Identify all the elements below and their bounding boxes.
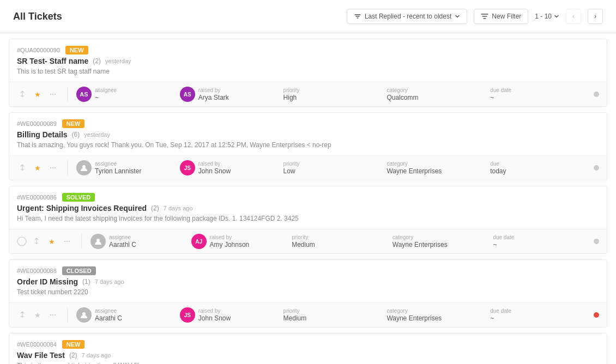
ticket-meta: ★ AS assignee ~ AS raised by <box>9 82 607 106</box>
svg-point-13 <box>55 314 56 316</box>
sort-button[interactable]: Last Replied - recent to oldest <box>347 9 467 24</box>
priority-label: priority <box>292 234 315 240</box>
ticket-card: #QUA00000090 NEW SR Test- Staff name (2)… <box>9 39 607 107</box>
star-icon[interactable]: ★ <box>32 310 43 320</box>
category-value: Wayne Enterprises <box>392 241 448 248</box>
status-dot <box>594 312 599 318</box>
more-icon[interactable] <box>47 89 58 100</box>
meta-actions: ★ <box>31 236 73 247</box>
priority-label: priority <box>283 87 300 93</box>
star-icon[interactable]: ★ <box>32 89 43 100</box>
ticket-id: #WE00000089 <box>17 120 57 127</box>
pin-icon[interactable] <box>31 236 42 247</box>
ticket-reply-count: (2) <box>69 351 77 359</box>
ticket-card: #WE00000089 NEW Billing Details (6) yest… <box>9 112 607 180</box>
assignee-label: assignee <box>95 308 122 314</box>
priority-field: priority Medium <box>292 234 392 248</box>
ticket-title[interactable]: Order ID Missing <box>17 277 78 286</box>
more-icon[interactable] <box>62 236 73 247</box>
category-field: category Wayne Enterprises <box>392 234 493 248</box>
priority-info: priority Low <box>283 161 300 175</box>
due-info: due date ~ <box>490 87 511 101</box>
due-field: due date ~ <box>490 87 594 101</box>
ticket-status-badge: CLOSED <box>62 266 96 275</box>
category-label: category <box>386 161 442 167</box>
status-dot <box>594 239 599 244</box>
pagination-range: 1 - 10 <box>535 13 552 20</box>
ticket-id: #WE00000084 <box>17 341 57 348</box>
meta-fields: assignee Aarathi C JS raised by John Sno… <box>76 307 594 323</box>
pin-icon[interactable] <box>17 310 28 320</box>
assignee-value: ~ <box>95 94 117 101</box>
raised-value: John Snow <box>198 167 231 175</box>
svg-point-4 <box>52 167 53 168</box>
priority-field: priority High <box>283 87 387 101</box>
filter-button[interactable]: New Filter <box>474 9 528 24</box>
due-field: due today <box>490 161 594 175</box>
due-value: ~ <box>490 94 511 101</box>
ticket-meta: ★ assignee Aarathi C JS raised by <box>9 302 607 327</box>
raised-field: AS raised by Arya Stark <box>180 87 283 102</box>
status-dot <box>594 165 599 171</box>
ticket-meta: ★ assignee Aarathi C AJ raised by <box>9 229 607 253</box>
star-icon[interactable]: ★ <box>46 236 57 247</box>
ticket-status-badge: NEW <box>62 119 85 128</box>
category-value: Wayne Enterprises <box>386 167 442 175</box>
more-icon[interactable] <box>47 162 58 173</box>
assignee-avatar <box>90 234 106 249</box>
ticket-preview: This is the second ticket testing all WA… <box>17 362 480 364</box>
ticket-radio[interactable] <box>17 236 27 246</box>
ticket-title[interactable]: Wav File Test <box>17 351 65 360</box>
assignee-label: assignee <box>95 87 117 93</box>
meta-actions: ★ <box>17 89 58 100</box>
priority-field: priority Medium <box>283 308 387 322</box>
raised-info: raised by John Snow <box>198 161 231 175</box>
meta-fields: assignee Aarathi C AJ raised by Amy John… <box>90 234 594 249</box>
svg-point-1 <box>52 94 53 95</box>
priority-field: priority Low <box>283 161 387 175</box>
ticket-status-badge: SOLVED <box>62 193 95 202</box>
sort-label: Last Replied - recent to oldest <box>365 13 451 20</box>
ticket-list: #QUA00000090 NEW SR Test- Staff name (2)… <box>0 33 616 364</box>
assignee-avatar <box>76 160 92 175</box>
raised-value: Amy Johnson <box>210 241 250 248</box>
assignee-avatar: AS <box>76 87 92 102</box>
ticket-main: #WE00000089 NEW Billing Details (6) yest… <box>9 113 607 155</box>
ticket-title[interactable]: SR Test- Staff name <box>17 57 88 65</box>
pin-icon[interactable] <box>17 162 28 173</box>
prev-page-button[interactable]: ‹ <box>566 9 581 24</box>
ticket-meta: ★ assignee Tyrion Lannister JS ra <box>9 155 607 180</box>
priority-value: Low <box>283 167 300 175</box>
next-page-button[interactable]: › <box>588 9 603 24</box>
meta-divider <box>67 87 68 102</box>
assignee-label: assignee <box>95 161 141 167</box>
star-icon[interactable]: ★ <box>32 162 43 173</box>
svg-point-8 <box>67 241 68 242</box>
ticket-id: #WE00000088 <box>17 268 57 274</box>
chevron-down-icon <box>455 14 460 19</box>
ticket-preview: This is to test SR tag staff name <box>17 68 480 75</box>
ticket-time: 7 days ago <box>95 278 124 285</box>
category-field: category Wayne Enterprises <box>386 308 490 322</box>
ticket-title[interactable]: Billing Details <box>17 130 68 139</box>
svg-point-9 <box>69 241 70 242</box>
due-label: due <box>490 161 506 167</box>
raised-info: raised by John Snow <box>198 308 231 322</box>
ticket-time: yesterday <box>105 58 131 64</box>
filter-label: New Filter <box>492 13 521 20</box>
raised-label: raised by <box>210 234 250 240</box>
raised-avatar: AJ <box>191 234 207 249</box>
ticket-title[interactable]: Urgent: Shipping Invoices Required <box>17 204 147 213</box>
more-icon[interactable] <box>47 310 58 320</box>
meta-end <box>594 239 599 244</box>
meta-end <box>594 165 599 171</box>
pin-icon[interactable] <box>17 89 28 100</box>
priority-info: priority Medium <box>292 234 315 248</box>
assignee-info: assignee Aarathi C <box>95 308 122 322</box>
meta-end <box>594 312 599 318</box>
assignee-info: assignee Aarathi C <box>109 234 136 248</box>
meta-divider <box>67 160 68 175</box>
assignee-value: Aarathi C <box>109 241 136 248</box>
ticket-preview: Hi Team, I need the latest shipping invo… <box>17 215 480 222</box>
priority-info: priority High <box>283 87 300 101</box>
